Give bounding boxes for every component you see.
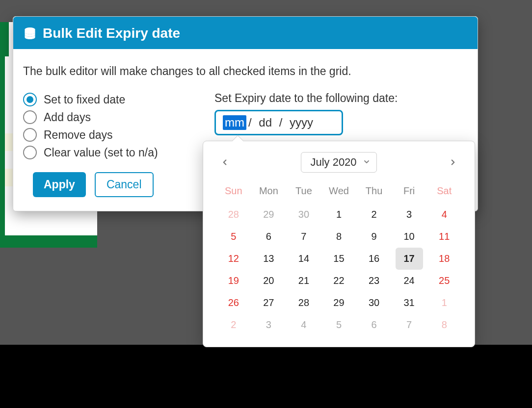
radio-option[interactable]: Set to fixed date [23, 92, 205, 107]
calendar-day[interactable]: 18 [426, 248, 462, 270]
calendar-day[interactable]: 12 [216, 248, 251, 270]
calendar-day[interactable]: 15 [321, 248, 357, 270]
background-footer [0, 345, 532, 408]
calendar-day[interactable]: 3 [251, 314, 287, 336]
calendar-day[interactable]: 31 [392, 292, 427, 314]
chevron-down-icon [363, 156, 371, 169]
background-accent [0, 22, 9, 56]
calendar-day[interactable]: 10 [392, 226, 427, 248]
calendar-day[interactable]: 27 [251, 292, 287, 314]
radio-indicator [23, 146, 37, 159]
next-month-button[interactable] [444, 153, 462, 171]
calendar-day[interactable]: 8 [321, 226, 357, 248]
calendar-day[interactable]: 23 [356, 270, 392, 292]
calendar-weekday-header: Fri [392, 181, 427, 204]
calendar-day[interactable]: 4 [286, 314, 321, 336]
calendar-day[interactable]: 14 [286, 248, 321, 270]
radio-indicator [23, 128, 37, 142]
month-year-label: July 2020 [310, 156, 356, 169]
calendar-day[interactable]: 29 [251, 204, 287, 226]
calendar-day[interactable]: 9 [356, 226, 392, 248]
radio-indicator [23, 93, 37, 106]
calendar-day[interactable]: 1 [321, 204, 357, 226]
calendar-day[interactable]: 11 [426, 226, 462, 248]
calendar-weekday-header: Sat [426, 181, 462, 204]
calendar-day[interactable]: 1 [426, 292, 462, 314]
radio-option[interactable]: Clear value (set to n/a) [23, 145, 205, 160]
calendar-day[interactable]: 25 [426, 270, 462, 292]
calendar-day[interactable]: 13 [251, 248, 287, 270]
calendar-day[interactable]: 29 [321, 292, 357, 314]
month-year-select[interactable]: July 2020 [301, 152, 376, 173]
calendar-day[interactable]: 3 [392, 204, 427, 226]
calendar-day[interactable]: 2 [356, 204, 392, 226]
calendar-day[interactable]: 19 [216, 270, 251, 292]
modal-description: The bulk editor will make changes to all… [23, 65, 468, 78]
calendar-day[interactable]: 24 [392, 270, 427, 292]
calendar-day[interactable]: 4 [426, 204, 462, 226]
calendar-day[interactable]: 22 [321, 270, 357, 292]
radio-group: Set to fixed dateAdd daysRemove daysClea… [23, 92, 205, 160]
calendar-day[interactable]: 21 [286, 270, 321, 292]
calendar-header: July 2020 [216, 152, 462, 173]
apply-button[interactable]: Apply [33, 172, 86, 197]
prev-month-button[interactable] [216, 153, 234, 171]
calendar-day[interactable]: 28 [216, 204, 251, 226]
date-segment-month[interactable]: mm [223, 115, 246, 130]
date-field-label: Set Expiry date to the following date: [214, 92, 468, 105]
calendar-weekday-header: Thu [356, 181, 392, 204]
svg-point-1 [25, 30, 35, 34]
calendar-day[interactable]: 6 [356, 314, 392, 336]
radio-indicator [23, 110, 37, 124]
modal-header: Bulk Edit Expiry date [13, 17, 478, 49]
modal-title: Bulk Edit Expiry date [43, 26, 180, 41]
radio-label: Remove days [44, 128, 113, 142]
calendar-weekday-header: Sun [216, 181, 251, 204]
date-sep: / [248, 116, 252, 129]
calendar-grid: SunMonTueWedThuFriSat2829301234567891011… [216, 181, 462, 336]
calendar-day[interactable]: 20 [251, 270, 287, 292]
calendar-day[interactable]: 5 [216, 226, 251, 248]
calendar-day[interactable]: 6 [251, 226, 287, 248]
calendar-day[interactable]: 5 [321, 314, 357, 336]
calendar-day[interactable]: 8 [426, 314, 462, 336]
datepicker-popover: July 2020 SunMonTueWedThuFriSat282930123… [203, 141, 475, 347]
radio-option[interactable]: Remove days [23, 127, 205, 143]
date-segment-day[interactable]: dd [259, 116, 272, 129]
calendar-day[interactable]: 30 [286, 204, 321, 226]
date-sep: / [279, 116, 283, 129]
calendar-weekday-header: Tue [286, 181, 321, 204]
calendar-day[interactable]: 7 [286, 226, 321, 248]
radio-label: Clear value (set to n/a) [44, 146, 158, 159]
calendar-day[interactable]: 28 [286, 292, 321, 314]
database-icon [23, 26, 37, 40]
date-input[interactable]: mm / dd / yyyy [214, 110, 343, 135]
calendar-weekday-header: Mon [251, 181, 287, 204]
radio-label: Set to fixed date [44, 93, 125, 106]
calendar-day[interactable]: 26 [216, 292, 251, 314]
cancel-button[interactable]: Cancel [95, 172, 154, 197]
radio-label: Add days [44, 111, 91, 124]
calendar-weekday-header: Wed [321, 181, 357, 204]
calendar-day-today[interactable]: 17 [396, 248, 423, 270]
radio-option[interactable]: Add days [23, 109, 205, 125]
date-segment-year[interactable]: yyyy [290, 116, 313, 129]
options-column: Set to fixed dateAdd daysRemove daysClea… [23, 92, 205, 197]
calendar-day[interactable]: 7 [392, 314, 427, 336]
calendar-day[interactable]: 30 [356, 292, 392, 314]
calendar-day[interactable]: 2 [216, 314, 251, 336]
calendar-day[interactable]: 16 [356, 248, 392, 270]
